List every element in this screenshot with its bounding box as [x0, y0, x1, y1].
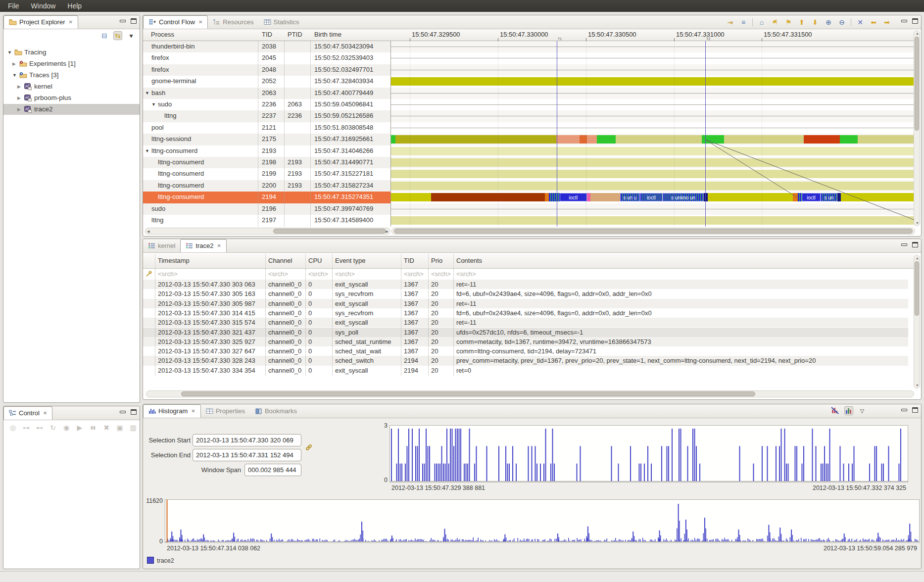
column-header-channel[interactable]: Channel	[268, 257, 292, 264]
minimize-icon[interactable]	[901, 20, 907, 22]
tab-kernel[interactable]: kernel	[143, 239, 180, 252]
minimize-icon[interactable]	[120, 411, 126, 413]
tree-item-experiments-1-[interactable]: ▶Experiments [1]	[3, 58, 140, 69]
process-row-2175[interactable]: lttng-sessiond217515:50:47.316925661	[143, 134, 915, 145]
process-row-timeline[interactable]	[390, 180, 915, 192]
tree-item-kernel[interactable]: ▶kernel	[3, 81, 140, 92]
state-segment[interactable]	[580, 135, 587, 144]
collapsed-arrow-icon[interactable]: ▶	[17, 96, 21, 100]
column-header-event-type[interactable]: Event type	[335, 257, 365, 264]
close-icon[interactable]: ✕	[191, 408, 195, 414]
next-event-icon[interactable]: ⚑	[784, 18, 793, 27]
process-row-2194[interactable]: lttng-consumerd219415:50:47.315274351ioc…	[143, 192, 915, 203]
process-row-2063[interactable]: ▼bash206315:50:47.400779449	[143, 88, 915, 99]
scrollbar-thumb[interactable]	[181, 391, 755, 396]
column-header-birth-time[interactable]: Birth time	[314, 31, 341, 38]
move-down-icon[interactable]: ⬇	[811, 18, 820, 27]
process-row-timeline[interactable]	[390, 41, 915, 52]
state-segment[interactable]	[708, 193, 793, 201]
minimize-icon[interactable]	[120, 20, 126, 22]
zoom-out-icon[interactable]: ⊖	[837, 18, 846, 27]
scroll-down-icon[interactable]: ▼	[916, 221, 919, 225]
scrollbar-thumb[interactable]	[273, 229, 386, 234]
state-segment-s-un[interactable]: s un	[821, 193, 837, 201]
column-header-process[interactable]: Process	[151, 31, 174, 38]
close-icon[interactable]: ✕	[43, 410, 47, 416]
state-segment[interactable]	[556, 135, 580, 144]
state-segment-ioctl[interactable]: ioctl	[560, 193, 587, 201]
process-row-2200[interactable]: lttng-consumerd2200219315:50:47.31582723…	[143, 180, 915, 192]
state-segment[interactable]	[840, 135, 858, 144]
process-row-timeline[interactable]	[390, 134, 915, 145]
search-cell[interactable]: <srch>	[268, 270, 288, 278]
minimize-icon[interactable]	[901, 243, 907, 246]
import-icon[interactable]: ▥	[129, 423, 138, 432]
selection-start-input[interactable]	[193, 434, 301, 446]
expanded-arrow-icon[interactable]: ▼	[145, 91, 149, 96]
menu-item-file[interactable]: File	[2, 0, 25, 12]
state-segment[interactable]	[431, 193, 545, 201]
close-icon[interactable]: ✕	[198, 19, 202, 25]
maximize-icon[interactable]	[131, 409, 137, 415]
state-segment[interactable]	[616, 135, 702, 144]
state-segment[interactable]	[390, 135, 395, 144]
full-range-histogram-plot[interactable]	[165, 499, 920, 543]
tab-bookmarks[interactable]: Bookmarks	[250, 404, 302, 418]
follow-cpu-backward-icon[interactable]: ⬅	[869, 18, 878, 27]
expanded-arrow-icon[interactable]: ▼	[145, 148, 149, 153]
state-segment[interactable]	[702, 135, 724, 144]
search-cell[interactable]: <srch>	[456, 270, 476, 278]
event-row[interactable]: 2012-03-13 15:50:47.330 315 574channel0_…	[143, 318, 908, 327]
process-row-2048[interactable]: firefox204815:50:52.032497701	[143, 64, 915, 76]
state-segment-ioctl[interactable]: ioctl	[802, 193, 821, 201]
new-connection-icon[interactable]: ◎	[8, 423, 17, 432]
state-segment[interactable]	[390, 147, 915, 155]
state-segment[interactable]	[587, 193, 590, 201]
event-row[interactable]: 2012-03-13 15:50:47.330 321 437channel0_…	[143, 328, 908, 337]
search-cell[interactable]: <srch>	[431, 270, 451, 278]
close-icon[interactable]: ✕	[217, 243, 221, 248]
tree-item-traces-3-[interactable]: ▼Traces [3]	[3, 70, 140, 81]
menu-item-window[interactable]: Window	[25, 0, 62, 12]
expanded-arrow-icon[interactable]: ▼	[151, 102, 156, 107]
show-traces-icon[interactable]	[844, 406, 853, 415]
link-with-editor-icon[interactable]: ⇆	[113, 31, 122, 40]
events-vscrollbar[interactable]: ▲ ▼	[914, 255, 920, 388]
scroll-right-icon[interactable]: ▶	[386, 230, 389, 234]
zoom-histogram-canvas[interactable]	[390, 426, 908, 482]
process-row-timeline[interactable]	[390, 76, 915, 87]
process-row-timeline[interactable]	[390, 64, 915, 76]
state-segment[interactable]	[590, 193, 620, 201]
state-segment[interactable]	[704, 193, 707, 201]
tab-resources[interactable]: Resources	[208, 15, 258, 29]
show-legend-icon[interactable]: ≡	[739, 18, 748, 27]
search-cell[interactable]: <srch>	[335, 270, 355, 278]
tab-trace2[interactable]: trace2✕	[180, 239, 227, 252]
column-header-tid[interactable]: TID	[404, 257, 414, 264]
column-header-ptid[interactable]: PTID	[288, 31, 302, 38]
align-views-icon[interactable]: ⇥	[726, 18, 734, 27]
tree-item-trace2[interactable]: ▶trace2	[3, 104, 140, 115]
collapsed-arrow-icon[interactable]: ▶	[17, 84, 21, 89]
expanded-arrow-icon[interactable]: ▼	[7, 50, 12, 55]
menu-item-help[interactable]: Help	[61, 0, 88, 12]
event-row[interactable]: 2012-03-13 15:50:47.330 334 354channel0_…	[143, 366, 908, 375]
process-row-2199[interactable]: lttng-consumerd2199219315:50:47.31522718…	[143, 168, 915, 180]
process-row-timeline[interactable]	[390, 122, 915, 134]
column-header-tid[interactable]: TID	[262, 31, 272, 38]
event-row[interactable]: 2012-03-13 15:50:47.330 305 163channel0_…	[143, 289, 908, 298]
table-hscrollbar[interactable]: ◀ ▶	[145, 228, 390, 235]
tab-properties[interactable]: Properties	[201, 404, 250, 418]
process-row-timeline[interactable]: ioctls un uioctls unkno unioctls un	[390, 192, 915, 203]
collapsed-arrow-icon[interactable]: ▶	[17, 107, 21, 112]
process-row-timeline[interactable]	[390, 110, 915, 122]
process-row-timeline[interactable]	[390, 99, 915, 110]
reset-time-scale-icon[interactable]: ⌂	[757, 18, 766, 27]
process-row-2121[interactable]: pool212115:50:51.803808548	[143, 122, 915, 134]
scrollbar-thumb[interactable]	[915, 37, 919, 131]
event-row[interactable]: 2012-03-13 15:50:47.330 305 987channel0_…	[143, 299, 908, 308]
state-segment[interactable]	[724, 135, 804, 144]
hide-arrows-icon[interactable]: ✕	[856, 18, 865, 27]
window-span-input[interactable]	[244, 464, 301, 476]
state-segment-ioctl[interactable]: ioctl	[640, 193, 663, 201]
